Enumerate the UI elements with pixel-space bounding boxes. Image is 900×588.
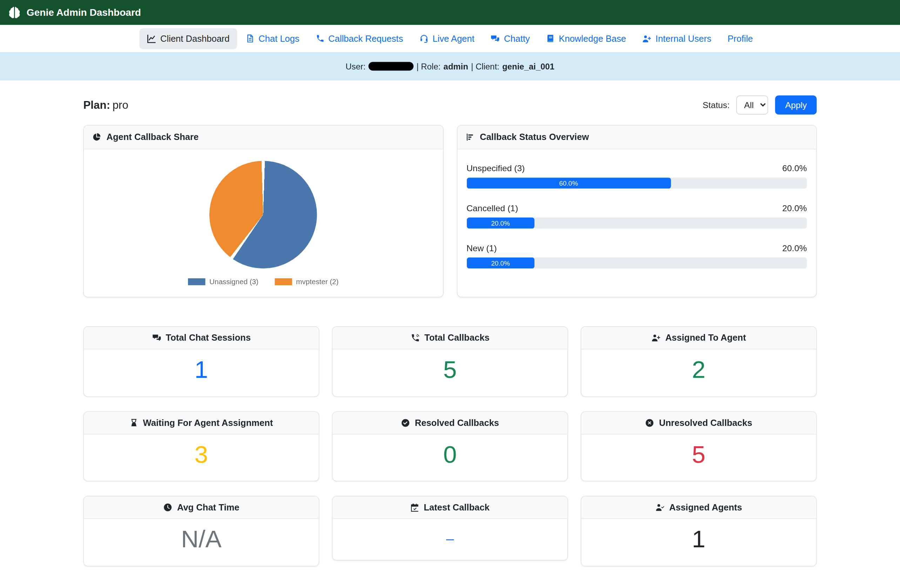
progress-track: 20.0% (467, 258, 807, 268)
pie-legend: Unassigned (3) mvptester (2) (188, 278, 338, 286)
panel-header: Callback Status Overview (457, 126, 816, 149)
bar-percent-label: 20.0% (782, 203, 807, 213)
user-info-bar: User: | Role: admin | Client: genie_ai_0… (0, 52, 900, 80)
tab-profile[interactable]: Profile (720, 28, 760, 49)
legend-item[interactable]: Unassigned (3) (188, 278, 259, 286)
chart-line-icon (147, 34, 156, 43)
stat-value: N/A (90, 524, 313, 555)
plan-text: Plan:pro (83, 99, 128, 111)
status-label: Status: (703, 100, 729, 110)
stat-card-total-chat-sessions: Total Chat Sessions 1 (83, 326, 319, 397)
tab-label: Internal Users (656, 33, 711, 44)
phone-icon (316, 34, 324, 43)
tab-label: Client Dashboard (160, 33, 230, 44)
tab-label: Chat Logs (259, 33, 299, 44)
brain-icon (7, 5, 22, 20)
stat-cards-grid: Total Chat Sessions 1 Total Callbacks 5 (83, 326, 816, 588)
stat-card-total-callbacks: Total Callbacks 5 (332, 326, 568, 397)
tab-label: Profile (728, 33, 753, 44)
pie-chart-icon (92, 133, 101, 142)
bar-percent-label: 20.0% (782, 243, 807, 253)
stat-title: Waiting For Agent Assignment (143, 417, 273, 428)
bar-group: New (1) 20.0% 20.0% (467, 243, 807, 269)
bar-group: Cancelled (1) 20.0% 20.0% (467, 203, 807, 229)
stat-value: 1 (587, 524, 810, 555)
user-plus-icon (642, 34, 651, 43)
panel-header: Agent Callback Share (84, 126, 443, 149)
bar-chart-body: Unspecified (3) 60.0% 60.0% Cancelled (1… (457, 149, 816, 297)
tab-label: Live Agent (433, 33, 474, 44)
status-filter: Status: All Apply (703, 95, 816, 114)
stat-title: Avg Chat Time (177, 503, 239, 513)
user-check-icon (655, 503, 664, 512)
pie-chart-body: Unassigned (3) mvptester (2) (84, 149, 443, 295)
stat-title: Total Chat Sessions (166, 333, 250, 343)
app-title: Genie Admin Dashboard (26, 7, 141, 18)
stat-title: Total Callbacks (424, 333, 490, 343)
legend-swatch (275, 278, 292, 285)
comments-icon (491, 34, 500, 43)
headset-icon (419, 34, 428, 43)
tab-internal-users[interactable]: Internal Users (635, 28, 719, 49)
book-icon (546, 34, 555, 43)
callback-status-overview-panel: Callback Status Overview Unspecified (3)… (457, 125, 817, 297)
tab-callback-requests[interactable]: Callback Requests (308, 28, 410, 49)
role-value: admin (443, 62, 468, 71)
stat-card-resolved-callbacks: Resolved Callbacks 0 (332, 411, 568, 482)
panel-title: Callback Status Overview (480, 132, 589, 143)
bar-chart-icon (466, 133, 475, 142)
stat-title: Assigned Agents (669, 503, 742, 513)
tab-chatty[interactable]: Chatty (483, 28, 537, 49)
legend-label: mvptester (2) (296, 278, 338, 286)
stat-value: – (338, 524, 562, 550)
agent-callback-share-panel: Agent Callback Share Unassigned (3) mvpt… (83, 125, 443, 297)
progress-fill: 60.0% (467, 177, 670, 188)
legend-label: Unassigned (3) (209, 278, 259, 286)
bar-category-label: New (1) (467, 243, 497, 253)
plan-row: Plan:pro Status: All Apply (83, 95, 816, 114)
legend-item[interactable]: mvptester (2) (275, 278, 338, 286)
tab-chat-logs[interactable]: Chat Logs (238, 28, 307, 49)
tab-label: Knowledge Base (559, 33, 626, 44)
calendar-check-icon (410, 503, 419, 512)
tab-label: Callback Requests (328, 33, 403, 44)
progress-fill: 20.0% (467, 217, 535, 228)
pie-chart (209, 161, 317, 268)
client-label: | Client: (471, 62, 500, 71)
stat-value: 5 (338, 354, 562, 386)
redacted-user-value (369, 62, 414, 70)
tab-client-dashboard[interactable]: Client Dashboard (140, 28, 237, 49)
tab-live-agent[interactable]: Live Agent (412, 28, 482, 49)
bar-percent-label: 60.0% (782, 163, 807, 173)
bar-group: Unspecified (3) 60.0% 60.0% (467, 163, 807, 189)
stat-card-unresolved-callbacks: Unresolved Callbacks 5 (581, 411, 817, 482)
status-select[interactable]: All (737, 95, 768, 114)
legend-swatch (188, 278, 205, 285)
nav-tabs: Client Dashboard Chat Logs Callback Requ… (0, 25, 900, 52)
stat-title: Assigned To Agent (665, 333, 746, 343)
apply-button[interactable]: Apply (776, 95, 817, 114)
tab-knowledge-base[interactable]: Knowledge Base (538, 28, 633, 49)
file-lines-icon (246, 34, 254, 43)
stat-title: Resolved Callbacks (415, 417, 499, 428)
phone-volume-icon (410, 333, 419, 343)
role-label: | Role: (416, 62, 441, 71)
stat-card-assigned-to-agent: Assigned To Agent 2 (581, 326, 817, 397)
user-plus-icon (651, 333, 661, 343)
stat-value: 2 (587, 354, 810, 386)
stat-title: Unresolved Callbacks (659, 417, 753, 428)
user-label: User: (346, 62, 365, 71)
clock-icon (163, 503, 172, 512)
plan-value: pro (113, 99, 128, 111)
stat-value: 5 (587, 439, 810, 470)
chart-panels: Agent Callback Share Unassigned (3) mvpt… (83, 125, 816, 297)
panel-title: Agent Callback Share (106, 132, 199, 143)
plan-label: Plan: (83, 99, 110, 111)
progress-fill: 20.0% (467, 258, 535, 268)
hourglass-icon (130, 418, 138, 427)
stat-card-assigned-agents: Assigned Agents 1 (581, 496, 817, 566)
stat-card-avg-chat-time: Avg Chat Time N/A (83, 496, 319, 566)
stat-value: 0 (338, 439, 562, 470)
bar-category-label: Cancelled (1) (467, 203, 518, 213)
stat-card-latest-callback: Latest Callback – (332, 496, 568, 561)
